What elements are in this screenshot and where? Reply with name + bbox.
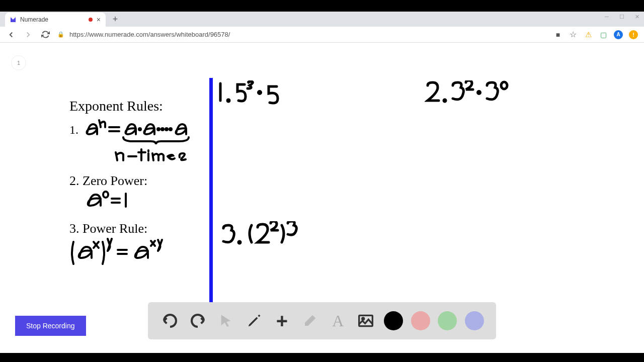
new-tab-button[interactable]: +: [109, 13, 122, 26]
stop-recording-label: Stop Recording: [26, 322, 75, 330]
back-icon[interactable]: [6, 30, 16, 39]
whiteboard-toolbar: + A: [148, 302, 496, 339]
svg-point-4: [166, 128, 168, 130]
letterbox-top: [0, 0, 644, 12]
alert-badge-icon[interactable]: !: [629, 30, 638, 39]
color-pink[interactable]: [411, 311, 430, 330]
numerade-favicon-icon: [9, 16, 17, 24]
pen-tool-icon[interactable]: [244, 311, 264, 331]
rule-1-label: 1.: [69, 123, 78, 137]
svg-point-3: [162, 128, 164, 130]
svg-point-1: [139, 128, 141, 130]
page-content: 1 Exponent Rules: 1. 2. Zero Power: 3. P…: [0, 43, 644, 352]
window-controls: ─ ☐ ✕: [604, 14, 640, 20]
svg-point-9: [444, 100, 446, 102]
svg-point-6: [103, 192, 108, 198]
url-text: https://www.numerade.com/answers/whitebo…: [69, 31, 230, 38]
maximize-icon[interactable]: ☐: [619, 14, 625, 20]
handwriting-prob2: [425, 80, 515, 111]
handwriting-rule2: [85, 190, 145, 210]
handwriting-prob3: [220, 221, 306, 251]
vertical-divider: [209, 78, 213, 304]
tab-title: Numerade: [20, 16, 86, 23]
recording-indicator-icon: [89, 18, 93, 22]
text-tool-icon[interactable]: A: [328, 311, 348, 331]
forward-icon[interactable]: [23, 30, 33, 39]
svg-point-11: [501, 82, 507, 89]
close-tab-icon[interactable]: ×: [96, 16, 102, 24]
svg-point-8: [259, 92, 261, 94]
lock-icon: 🔒: [57, 31, 64, 38]
svg-point-14: [362, 318, 364, 320]
page-number: 1: [17, 60, 20, 66]
profile-avatar-icon[interactable]: A: [614, 30, 623, 39]
whiteboard-canvas[interactable]: Exponent Rules: 1. 2. Zero Power: 3. Pow…: [65, 78, 579, 309]
browser-tab[interactable]: Numerade ×: [5, 13, 106, 27]
svg-point-7: [227, 100, 229, 102]
svg-marker-0: [11, 17, 16, 22]
eraser-tool-icon[interactable]: [300, 311, 320, 331]
url-field[interactable]: 🔒 https://www.numerade.com/answers/white…: [57, 31, 546, 38]
rule-2-label: 2. Zero Power:: [69, 173, 147, 189]
star-icon[interactable]: ☆: [569, 30, 578, 39]
undo-button[interactable]: [160, 311, 180, 331]
camera-ext-icon[interactable]: ■: [553, 30, 562, 39]
add-tool-icon[interactable]: +: [272, 311, 292, 331]
svg-point-10: [478, 92, 480, 94]
color-black[interactable]: [384, 311, 403, 330]
close-window-icon[interactable]: ✕: [634, 14, 640, 20]
color-green[interactable]: [438, 311, 457, 330]
warning-ext-icon[interactable]: ⚠: [584, 30, 593, 39]
minimize-icon[interactable]: ─: [604, 14, 610, 20]
handwriting-prob1: [216, 80, 297, 111]
reload-icon[interactable]: [40, 30, 50, 39]
image-tool-icon[interactable]: [356, 311, 376, 331]
svg-point-12: [238, 241, 240, 243]
letterbox-bottom: [0, 353, 644, 362]
page-number-badge[interactable]: 1: [11, 55, 26, 70]
stop-recording-button[interactable]: Stop Recording: [15, 316, 86, 336]
monitor-ext-icon[interactable]: ▢: [599, 30, 608, 39]
handwriting-rule3: [68, 238, 184, 273]
rule-3-label: 3. Power Rule:: [69, 221, 147, 236]
color-blue[interactable]: [465, 311, 484, 330]
tab-bar: Numerade × + ─ ☐ ✕: [0, 12, 644, 27]
address-bar: 🔒 https://www.numerade.com/answers/white…: [0, 27, 644, 43]
extension-icons: ■ ☆ ⚠ ▢ A !: [553, 30, 638, 39]
handwriting-rule1: [83, 118, 209, 163]
heading-exponent-rules: Exponent Rules:: [69, 98, 163, 114]
redo-button[interactable]: [188, 311, 208, 331]
browser-chrome: Numerade × + ─ ☐ ✕ 🔒 https://www.numerad…: [0, 12, 644, 43]
svg-point-5: [170, 128, 172, 130]
svg-point-2: [157, 128, 159, 130]
pointer-tool-icon[interactable]: [216, 311, 236, 331]
